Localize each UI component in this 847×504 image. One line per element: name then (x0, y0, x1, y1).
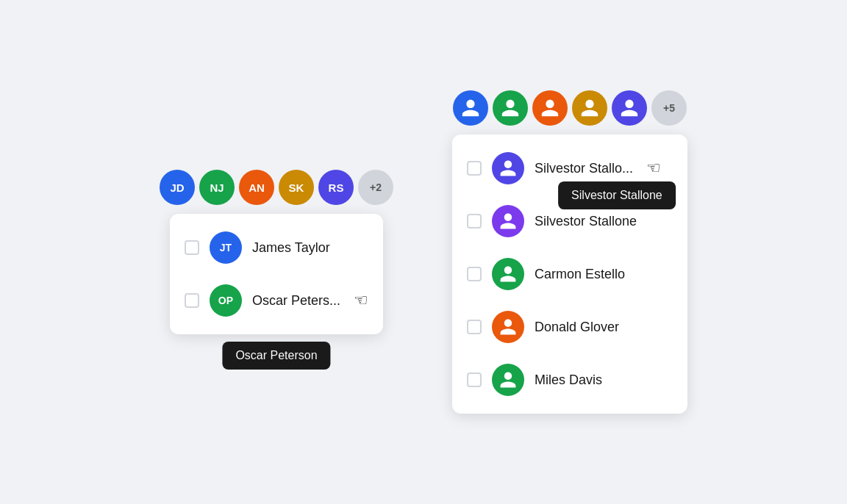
list-item[interactable]: Carmon Estello (452, 248, 687, 300)
cursor-icon: ☜ (354, 291, 368, 310)
oscar-tooltip: Oscar Peterson (222, 342, 330, 370)
person-icon (498, 212, 518, 231)
list-item[interactable]: Miles Davis (452, 353, 687, 406)
person-icon (498, 264, 518, 284)
list-item[interactable]: Silvestor Stallo... ☜ Silvestor Stallone (452, 142, 687, 195)
right-avatar-1[interactable] (453, 90, 488, 126)
person-icon (498, 317, 518, 336)
person-icon (498, 159, 518, 178)
avatar-more-right[interactable]: +5 (651, 90, 687, 126)
carmon-avatar (492, 258, 524, 290)
right-avatar-row: +5 (453, 90, 687, 126)
silvestor2-avatar (492, 205, 524, 237)
right-avatar-5[interactable] (612, 90, 647, 126)
silvestor2-name: Silvestor Stallone (535, 214, 637, 229)
avatar-rs[interactable]: RS (318, 170, 354, 205)
list-item[interactable]: JT James Taylor (170, 221, 383, 274)
silvestor1-avatar (492, 152, 524, 184)
left-dropdown: JT James Taylor OP Oscar Peters... ☜ Osc… (170, 214, 383, 334)
person-icon-1 (460, 98, 481, 118)
carmon-name: Carmon Estello (535, 267, 625, 282)
james-avatar: JT (210, 231, 242, 264)
right-avatar-2[interactable] (493, 90, 528, 126)
right-avatar-3[interactable] (532, 90, 568, 126)
avatar-jd[interactable]: JD (160, 170, 195, 205)
miles-avatar (492, 364, 524, 396)
silvestor-tooltip: Silvestor Stallone (558, 181, 676, 209)
cursor-icon-right: ☜ (646, 159, 661, 178)
oscar-name: Oscar Peters... (252, 293, 340, 309)
silvestor1-name: Silvestor Stallo... (535, 161, 633, 176)
left-panel: JD NJ AN SK RS +2 JT James Taylor (160, 170, 393, 334)
silvestor2-checkbox[interactable] (467, 214, 482, 228)
james-name: James Taylor (252, 240, 330, 256)
avatar-sk[interactable]: SK (279, 170, 314, 205)
person-icon-2 (500, 98, 521, 118)
oscar-checkbox[interactable] (185, 293, 199, 308)
right-dropdown: Silvestor Stallo... ☜ Silvestor Stallone… (452, 134, 687, 414)
avatar-nj[interactable]: NJ (199, 170, 235, 205)
person-icon-5 (619, 98, 640, 118)
person-icon-3 (540, 98, 560, 118)
donald-checkbox[interactable] (467, 320, 482, 334)
james-checkbox[interactable] (185, 240, 199, 255)
list-item[interactable]: OP Oscar Peters... ☜ (170, 274, 383, 327)
carmon-checkbox[interactable] (467, 267, 482, 281)
oscar-avatar: OP (210, 284, 242, 317)
avatar-an[interactable]: AN (239, 170, 274, 205)
donald-avatar (492, 311, 524, 343)
person-icon (498, 370, 518, 389)
right-panel: +5 Silvestor Stallo... ☜ Silvestor Stall… (452, 90, 687, 414)
donald-name: Donald Glover (535, 320, 619, 335)
silvestor1-checkbox[interactable] (467, 161, 482, 176)
miles-checkbox[interactable] (467, 372, 482, 387)
avatar-more-left[interactable]: +2 (358, 170, 393, 205)
list-item[interactable]: Donald Glover (452, 300, 687, 353)
left-avatar-row: JD NJ AN SK RS +2 (160, 170, 393, 205)
right-avatar-4[interactable] (572, 90, 607, 126)
miles-name: Miles Davis (535, 372, 602, 388)
person-icon-4 (579, 98, 600, 118)
